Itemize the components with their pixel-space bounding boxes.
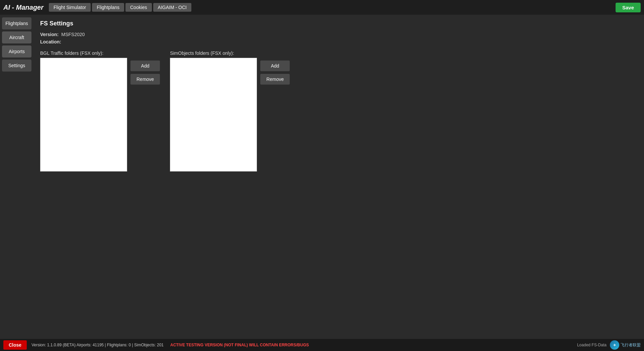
status-warning: ACTIVE TESTING VERSION (NOT FINAL) WILL … [170,343,309,347]
simobjects-add-button[interactable]: Add [260,61,290,71]
watermark-text: 飞行者联盟 [621,342,641,348]
content-area: FS Settings Version: MSFS2020 Location: … [33,15,644,339]
simobjects-remove-button[interactable]: Remove [260,74,290,85]
top-nav-bar: AI - Manager Flight Simulator Flightplan… [0,0,644,15]
sidebar-item-flightplans[interactable]: Flightplans [2,17,31,29]
bgl-section-inner: BGL Traffic folders (FSX only): [40,50,127,171]
nav-flightplans[interactable]: Flightplans [92,3,124,12]
nav-aigaim-oci[interactable]: AIGAIM - OCI [153,3,191,12]
nav-cookies[interactable]: Cookies [125,3,152,12]
bgl-buttons: Add Remove [130,61,160,85]
version-row: Version: MSFS2020 [40,32,637,37]
status-right: Loaded FS-Data ✈ 飞行者联盟 [577,340,641,350]
folders-row: BGL Traffic folders (FSX only): Add Remo… [40,50,637,171]
version-value: MSFS2020 [61,32,85,37]
simobjects-folder-list[interactable] [170,58,257,171]
simobjects-section: SimObjects folders (FSX only): Add Remov… [170,50,290,171]
bgl-add-button[interactable]: Add [130,61,160,71]
location-label: Location: [40,39,61,44]
app-title: AI - Manager [3,4,43,11]
simobjects-label: SimObjects folders (FSX only): [170,50,257,56]
status-bar: Close Version: 1.1.0.89 (BETA) Airports:… [0,339,644,351]
close-button[interactable]: Close [3,340,27,350]
version-label: Version: [40,32,59,37]
simobjects-section-inner: SimObjects folders (FSX only): [170,50,257,171]
sidebar-item-settings[interactable]: Settings [2,60,31,72]
sidebar-item-airports[interactable]: Airports [2,45,31,57]
bgl-folder-list[interactable] [40,58,127,171]
sidebar-item-aircraft[interactable]: Aircraft [2,31,31,43]
watermark: ✈ 飞行者联盟 [610,340,641,350]
bgl-remove-button[interactable]: Remove [130,74,160,85]
page-title: FS Settings [40,20,637,27]
sidebar: Flightplans Aircraft Airports Settings [0,15,33,339]
simobjects-buttons: Add Remove [260,61,290,85]
status-text: Version: 1.1.0.89 (BETA) Airports: 41195… [31,343,164,347]
location-row: Location: [40,39,637,44]
nav-flight-simulator[interactable]: Flight Simulator [49,3,91,12]
loaded-label: Loaded FS-Data [577,343,607,347]
watermark-icon: ✈ [610,340,619,350]
bgl-section: BGL Traffic folders (FSX only): Add Remo… [40,50,160,171]
main-layout: Flightplans Aircraft Airports Settings F… [0,15,644,339]
save-button[interactable]: Save [616,3,641,12]
bgl-label: BGL Traffic folders (FSX only): [40,50,127,56]
